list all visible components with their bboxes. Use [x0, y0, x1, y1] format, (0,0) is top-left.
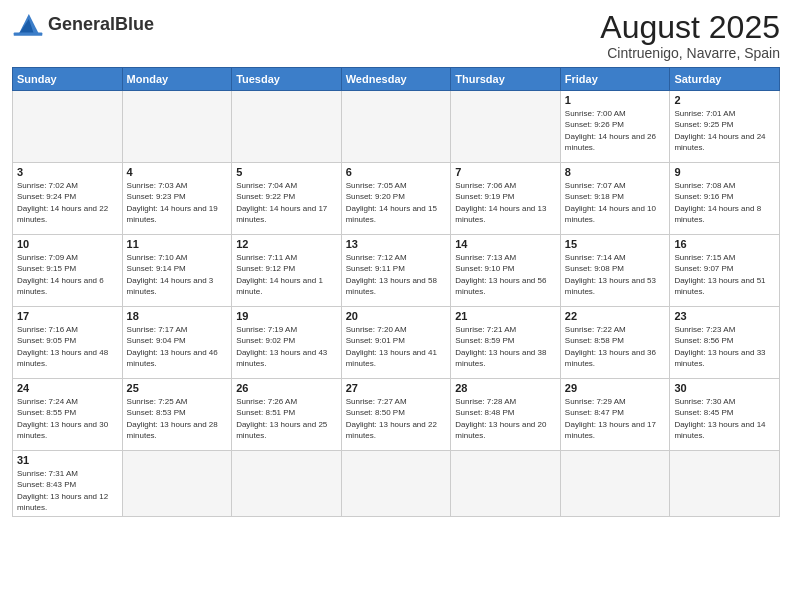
day-cell	[232, 451, 342, 517]
day-info: Sunrise: 7:14 AM Sunset: 9:08 PM Dayligh…	[565, 252, 666, 297]
day-info: Sunrise: 7:26 AM Sunset: 8:51 PM Dayligh…	[236, 396, 337, 441]
day-cell: 30Sunrise: 7:30 AM Sunset: 8:45 PM Dayli…	[670, 379, 780, 451]
day-cell: 22Sunrise: 7:22 AM Sunset: 8:58 PM Dayli…	[560, 307, 670, 379]
calendar-page: GeneralBlue August 2025 Cintruenigo, Nav…	[0, 0, 792, 612]
day-cell: 9Sunrise: 7:08 AM Sunset: 9:16 PM Daylig…	[670, 163, 780, 235]
day-info: Sunrise: 7:04 AM Sunset: 9:22 PM Dayligh…	[236, 180, 337, 225]
day-cell: 28Sunrise: 7:28 AM Sunset: 8:48 PM Dayli…	[451, 379, 561, 451]
day-cell: 21Sunrise: 7:21 AM Sunset: 8:59 PM Dayli…	[451, 307, 561, 379]
day-number: 24	[17, 382, 118, 394]
logo-text: GeneralBlue	[48, 15, 154, 33]
day-info: Sunrise: 7:30 AM Sunset: 8:45 PM Dayligh…	[674, 396, 775, 441]
day-cell	[13, 91, 123, 163]
day-info: Sunrise: 7:27 AM Sunset: 8:50 PM Dayligh…	[346, 396, 447, 441]
day-cell: 26Sunrise: 7:26 AM Sunset: 8:51 PM Dayli…	[232, 379, 342, 451]
day-number: 2	[674, 94, 775, 106]
day-number: 16	[674, 238, 775, 250]
col-header-sunday: Sunday	[13, 68, 123, 91]
day-number: 13	[346, 238, 447, 250]
day-info: Sunrise: 7:23 AM Sunset: 8:56 PM Dayligh…	[674, 324, 775, 369]
day-number: 27	[346, 382, 447, 394]
day-number: 1	[565, 94, 666, 106]
day-cell: 7Sunrise: 7:06 AM Sunset: 9:19 PM Daylig…	[451, 163, 561, 235]
day-cell: 2Sunrise: 7:01 AM Sunset: 9:25 PM Daylig…	[670, 91, 780, 163]
day-cell: 5Sunrise: 7:04 AM Sunset: 9:22 PM Daylig…	[232, 163, 342, 235]
svg-rect-2	[14, 32, 43, 35]
day-number: 25	[127, 382, 228, 394]
day-number: 6	[346, 166, 447, 178]
day-number: 12	[236, 238, 337, 250]
day-cell: 13Sunrise: 7:12 AM Sunset: 9:11 PM Dayli…	[341, 235, 451, 307]
day-info: Sunrise: 7:07 AM Sunset: 9:18 PM Dayligh…	[565, 180, 666, 225]
day-cell: 31Sunrise: 7:31 AM Sunset: 8:43 PM Dayli…	[13, 451, 123, 517]
day-number: 21	[455, 310, 556, 322]
day-cell: 23Sunrise: 7:23 AM Sunset: 8:56 PM Dayli…	[670, 307, 780, 379]
day-info: Sunrise: 7:15 AM Sunset: 9:07 PM Dayligh…	[674, 252, 775, 297]
day-info: Sunrise: 7:17 AM Sunset: 9:04 PM Dayligh…	[127, 324, 228, 369]
day-info: Sunrise: 7:11 AM Sunset: 9:12 PM Dayligh…	[236, 252, 337, 297]
day-number: 23	[674, 310, 775, 322]
header-row: SundayMondayTuesdayWednesdayThursdayFrid…	[13, 68, 780, 91]
day-info: Sunrise: 7:00 AM Sunset: 9:26 PM Dayligh…	[565, 108, 666, 153]
col-header-thursday: Thursday	[451, 68, 561, 91]
day-info: Sunrise: 7:21 AM Sunset: 8:59 PM Dayligh…	[455, 324, 556, 369]
col-header-monday: Monday	[122, 68, 232, 91]
day-number: 9	[674, 166, 775, 178]
day-cell: 19Sunrise: 7:19 AM Sunset: 9:02 PM Dayli…	[232, 307, 342, 379]
day-info: Sunrise: 7:12 AM Sunset: 9:11 PM Dayligh…	[346, 252, 447, 297]
week-row-2: 10Sunrise: 7:09 AM Sunset: 9:15 PM Dayli…	[13, 235, 780, 307]
week-row-5: 31Sunrise: 7:31 AM Sunset: 8:43 PM Dayli…	[13, 451, 780, 517]
day-cell: 29Sunrise: 7:29 AM Sunset: 8:47 PM Dayli…	[560, 379, 670, 451]
week-row-4: 24Sunrise: 7:24 AM Sunset: 8:55 PM Dayli…	[13, 379, 780, 451]
day-cell: 24Sunrise: 7:24 AM Sunset: 8:55 PM Dayli…	[13, 379, 123, 451]
day-number: 29	[565, 382, 666, 394]
day-number: 31	[17, 454, 118, 466]
calendar-subtitle: Cintruenigo, Navarre, Spain	[600, 45, 780, 61]
day-cell	[560, 451, 670, 517]
day-cell: 20Sunrise: 7:20 AM Sunset: 9:01 PM Dayli…	[341, 307, 451, 379]
day-cell	[122, 91, 232, 163]
day-number: 28	[455, 382, 556, 394]
day-number: 8	[565, 166, 666, 178]
day-cell: 15Sunrise: 7:14 AM Sunset: 9:08 PM Dayli…	[560, 235, 670, 307]
calendar-title: August 2025	[600, 10, 780, 45]
day-number: 14	[455, 238, 556, 250]
title-block: August 2025 Cintruenigo, Navarre, Spain	[600, 10, 780, 61]
day-info: Sunrise: 7:24 AM Sunset: 8:55 PM Dayligh…	[17, 396, 118, 441]
day-cell: 14Sunrise: 7:13 AM Sunset: 9:10 PM Dayli…	[451, 235, 561, 307]
day-info: Sunrise: 7:13 AM Sunset: 9:10 PM Dayligh…	[455, 252, 556, 297]
day-number: 18	[127, 310, 228, 322]
day-number: 15	[565, 238, 666, 250]
day-info: Sunrise: 7:25 AM Sunset: 8:53 PM Dayligh…	[127, 396, 228, 441]
week-row-3: 17Sunrise: 7:16 AM Sunset: 9:05 PM Dayli…	[13, 307, 780, 379]
day-number: 11	[127, 238, 228, 250]
day-cell	[341, 91, 451, 163]
day-cell: 3Sunrise: 7:02 AM Sunset: 9:24 PM Daylig…	[13, 163, 123, 235]
day-number: 22	[565, 310, 666, 322]
day-cell	[232, 91, 342, 163]
col-header-saturday: Saturday	[670, 68, 780, 91]
day-info: Sunrise: 7:29 AM Sunset: 8:47 PM Dayligh…	[565, 396, 666, 441]
calendar-table: SundayMondayTuesdayWednesdayThursdayFrid…	[12, 67, 780, 517]
day-info: Sunrise: 7:06 AM Sunset: 9:19 PM Dayligh…	[455, 180, 556, 225]
day-cell	[341, 451, 451, 517]
day-info: Sunrise: 7:31 AM Sunset: 8:43 PM Dayligh…	[17, 468, 118, 513]
day-number: 19	[236, 310, 337, 322]
col-header-tuesday: Tuesday	[232, 68, 342, 91]
day-info: Sunrise: 7:02 AM Sunset: 9:24 PM Dayligh…	[17, 180, 118, 225]
day-info: Sunrise: 7:09 AM Sunset: 9:15 PM Dayligh…	[17, 252, 118, 297]
day-info: Sunrise: 7:19 AM Sunset: 9:02 PM Dayligh…	[236, 324, 337, 369]
day-cell: 12Sunrise: 7:11 AM Sunset: 9:12 PM Dayli…	[232, 235, 342, 307]
day-number: 3	[17, 166, 118, 178]
day-cell	[451, 91, 561, 163]
week-row-0: 1Sunrise: 7:00 AM Sunset: 9:26 PM Daylig…	[13, 91, 780, 163]
day-number: 17	[17, 310, 118, 322]
day-number: 7	[455, 166, 556, 178]
day-info: Sunrise: 7:01 AM Sunset: 9:25 PM Dayligh…	[674, 108, 775, 153]
day-info: Sunrise: 7:10 AM Sunset: 9:14 PM Dayligh…	[127, 252, 228, 297]
week-row-1: 3Sunrise: 7:02 AM Sunset: 9:24 PM Daylig…	[13, 163, 780, 235]
day-number: 4	[127, 166, 228, 178]
day-info: Sunrise: 7:05 AM Sunset: 9:20 PM Dayligh…	[346, 180, 447, 225]
day-cell: 10Sunrise: 7:09 AM Sunset: 9:15 PM Dayli…	[13, 235, 123, 307]
day-cell: 17Sunrise: 7:16 AM Sunset: 9:05 PM Dayli…	[13, 307, 123, 379]
